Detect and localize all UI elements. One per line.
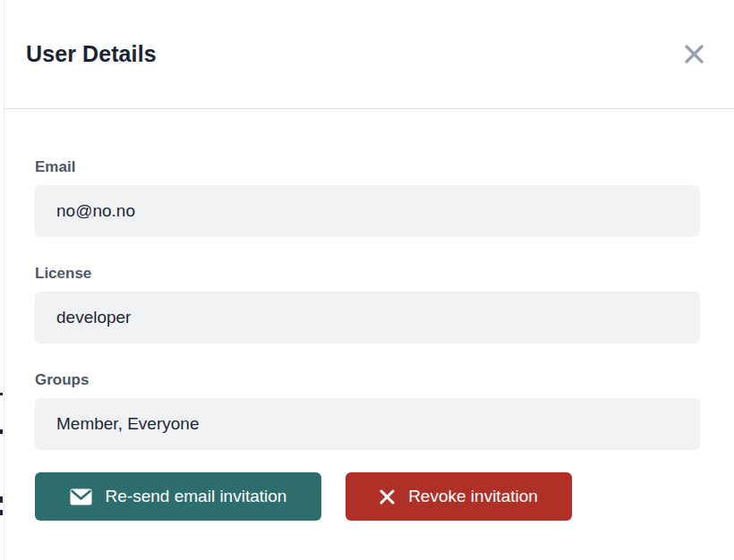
license-label: License: [35, 265, 700, 283]
groups-field-group: Groups Member, Everyone: [35, 371, 700, 450]
envelope-icon: [70, 488, 92, 505]
close-button[interactable]: [679, 39, 709, 70]
license-field-group: License developer: [35, 265, 700, 344]
license-value: developer: [56, 308, 131, 327]
revoke-button-label: Revoke invitation: [408, 487, 538, 506]
action-buttons-row: Re-send email invitation Revoke invitati…: [35, 472, 700, 521]
groups-value: Member, Everyone: [56, 414, 199, 434]
user-details-modal: User Details Email no@no.no License deve…: [4, 0, 734, 560]
resend-invitation-button[interactable]: Re-send email invitation: [35, 472, 321, 521]
close-icon: [684, 44, 704, 64]
license-field: developer: [35, 292, 700, 344]
x-icon: [380, 489, 395, 505]
occluded-page-text-fragment: [0, 496, 3, 503]
occluded-page-text-fragment: [0, 393, 3, 395]
groups-label: Groups: [35, 371, 700, 389]
email-field: no@no.no: [35, 185, 700, 237]
revoke-invitation-button[interactable]: Revoke invitation: [346, 472, 572, 521]
email-label: Email: [35, 158, 700, 176]
email-value: no@no.no: [56, 201, 135, 221]
modal-body: Email no@no.no License developer Groups …: [4, 109, 734, 521]
occluded-page-text-fragment: [0, 429, 3, 434]
email-field-group: Email no@no.no: [35, 158, 700, 237]
groups-field: Member, Everyone: [35, 398, 700, 450]
page-title: User Details: [26, 41, 157, 67]
resend-button-label: Re-send email invitation: [106, 487, 287, 506]
modal-header: User Details: [4, 0, 734, 109]
occluded-page-text-fragment: [0, 510, 3, 515]
